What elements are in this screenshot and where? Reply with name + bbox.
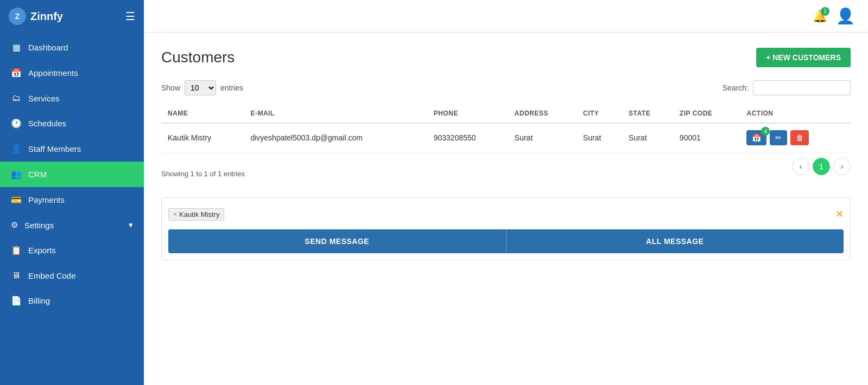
col-name: NAME <box>161 104 244 123</box>
entries-select[interactable]: 10 25 50 100 <box>185 80 216 95</box>
table-controls: Show 10 25 50 100 entries Search: <box>161 80 851 95</box>
delete-button[interactable]: 🗑 <box>790 130 809 145</box>
sidebar-item-label: CRM <box>28 170 47 179</box>
prev-page-button[interactable]: ‹ <box>792 158 809 175</box>
user-avatar-icon[interactable]: 👤 <box>836 7 855 25</box>
sidebar-item-crm[interactable]: 👥 CRM <box>0 162 144 187</box>
message-buttons: SEND MESSAGE ALL MESSAGE <box>168 229 844 253</box>
sidebar-item-settings[interactable]: ⚙ Settings ▾ <box>0 213 144 238</box>
edit-button[interactable]: ✏ <box>770 130 787 145</box>
sidebar-item-label: Payments <box>28 195 65 204</box>
calendar-button[interactable]: 📅 4 <box>746 130 766 145</box>
page-content: Customers + NEW CUSTOMERS Show 10 25 50 … <box>144 33 868 385</box>
tag-clear-icon[interactable]: ✕ <box>835 208 844 220</box>
cell-name: Kautik Mistry <box>161 123 244 152</box>
cell-state: Surat <box>622 123 673 152</box>
page-1-button[interactable]: 1 <box>813 158 830 175</box>
embed-icon: 🖥 <box>11 271 22 280</box>
notification-wrapper[interactable]: 🔔 1 <box>813 9 827 23</box>
sidebar-item-label: Appointments <box>28 68 78 78</box>
col-phone: PHONE <box>427 104 508 123</box>
send-message-button[interactable]: SEND MESSAGE <box>168 229 506 253</box>
sidebar-item-label: Billing <box>28 296 50 305</box>
sidebar-item-label: Embed Code <box>28 271 76 280</box>
tag-container: × Kautik Mistry <box>168 208 224 221</box>
search-box: Search: <box>723 80 851 95</box>
sidebar-item-label: Services <box>28 94 60 103</box>
billing-icon: 📄 <box>11 296 22 306</box>
sidebar-item-billing[interactable]: 📄 Billing <box>0 288 144 313</box>
cell-email: divyeshpatel5003.dp@gmail.com <box>244 123 427 152</box>
table-header-row: NAME E-MAIL PHONE ADDRESS CITY STATE ZIP… <box>161 104 851 123</box>
settings-icon: ⚙ <box>11 220 18 230</box>
pagination-info: Showing 1 to 1 of 1 entries <box>161 170 245 178</box>
payments-icon: 💳 <box>11 195 22 205</box>
tag-row: × Kautik Mistry ✕ <box>168 204 844 224</box>
next-page-button[interactable]: › <box>833 158 851 175</box>
col-action: ACTION <box>740 104 851 123</box>
sidebar-item-payments[interactable]: 💳 Payments <box>0 187 144 213</box>
pagination: ‹ 1 › <box>792 158 851 175</box>
new-customers-button[interactable]: + NEW CUSTOMERS <box>756 48 851 67</box>
tag-close-icon[interactable]: × <box>173 210 177 218</box>
entries-label: entries <box>220 84 243 92</box>
sidebar-item-appointments[interactable]: 📅 Appointments <box>0 60 144 86</box>
table-row: Kautik Mistry divyeshpatel5003.dp@gmail.… <box>161 123 851 152</box>
col-state: STATE <box>622 104 673 123</box>
col-address: ADDRESS <box>508 104 576 123</box>
settings-chevron-icon: ▾ <box>129 220 133 230</box>
sidebar-nav: ▦ Dashboard 📅 Appointments 🗂 Services 🕐 … <box>0 33 144 385</box>
main-content: 🔔 1 👤 Customers + NEW CUSTOMERS Show 10 … <box>144 0 868 385</box>
staff-icon: 👤 <box>11 144 22 154</box>
cell-address: Surat <box>508 123 576 152</box>
cell-city: Surat <box>576 123 622 152</box>
search-input[interactable] <box>753 80 851 95</box>
show-entries: Show 10 25 50 100 entries <box>161 80 243 95</box>
dashboard-icon: ▦ <box>11 42 22 53</box>
page-title: Customers <box>161 49 235 66</box>
sidebar-item-schedules[interactable]: 🕐 Schedules <box>0 111 144 136</box>
tag-label: Kautik Mistry <box>179 210 219 219</box>
topbar-icons: 🔔 1 👤 <box>813 7 855 25</box>
search-label: Search: <box>723 84 749 92</box>
customers-table: NAME E-MAIL PHONE ADDRESS CITY STATE ZIP… <box>161 104 851 152</box>
col-city: CITY <box>576 104 622 123</box>
calendar-badge: 4 <box>761 127 770 136</box>
sidebar-item-exports[interactable]: 📋 Exports <box>0 238 144 263</box>
sidebar-item-label: Schedules <box>28 119 66 128</box>
services-icon: 🗂 <box>11 93 22 103</box>
col-email: E-MAIL <box>244 104 427 123</box>
logo: Z Zinnfy <box>9 8 63 25</box>
appointments-icon: 📅 <box>11 68 22 78</box>
sidebar-item-embed-code[interactable]: 🖥 Embed Code <box>0 263 144 288</box>
hamburger-icon[interactable]: ☰ <box>125 10 135 23</box>
logo-circle: Z <box>9 8 26 25</box>
cell-zip: 90001 <box>673 123 740 152</box>
show-label: Show <box>161 84 180 92</box>
cell-phone: 9033208550 <box>427 123 508 152</box>
schedules-icon: 🕐 <box>11 118 22 129</box>
col-zip: ZIP CODE <box>673 104 740 123</box>
sidebar-item-label: Settings <box>24 221 54 230</box>
sidebar-item-label: Exports <box>28 246 56 255</box>
logo-name: Zinnfy <box>30 10 63 23</box>
sidebar-item-label: Dashboard <box>28 43 68 52</box>
sidebar-item-dashboard[interactable]: ▦ Dashboard <box>0 35 144 60</box>
action-buttons: 📅 4 ✏ 🗑 <box>746 130 844 145</box>
page-header: Customers + NEW CUSTOMERS <box>161 48 851 67</box>
sidebar: Z Zinnfy ☰ ▦ Dashboard 📅 Appointments 🗂 … <box>0 0 144 385</box>
all-message-button[interactable]: ALL MESSAGE <box>506 229 844 253</box>
crm-icon: 👥 <box>11 169 22 179</box>
customer-tag[interactable]: × Kautik Mistry <box>168 208 224 221</box>
topbar: 🔔 1 👤 <box>144 0 868 33</box>
sidebar-header: Z Zinnfy ☰ <box>0 0 144 33</box>
sidebar-item-label: Staff Members <box>28 144 81 153</box>
exports-icon: 📋 <box>11 245 22 255</box>
message-section: × Kautik Mistry ✕ SEND MESSAGE ALL MESSA… <box>161 197 851 260</box>
sidebar-item-services[interactable]: 🗂 Services <box>0 86 144 111</box>
cell-action: 📅 4 ✏ 🗑 <box>740 123 851 152</box>
sidebar-item-staff-members[interactable]: 👤 Staff Members <box>0 136 144 162</box>
notification-badge: 1 <box>821 7 829 16</box>
